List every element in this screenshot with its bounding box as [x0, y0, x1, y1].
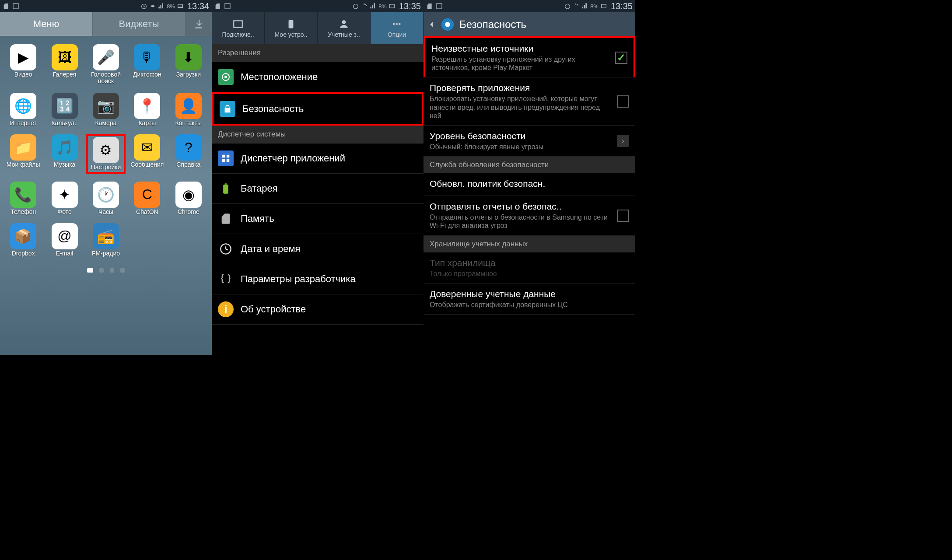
row-about[interactable]: i Об устройстве	[212, 294, 424, 325]
app-голосовой-поиск[interactable]: 🎤Голосовой поиск	[86, 44, 126, 85]
app-фото[interactable]: ✦Фото	[45, 182, 84, 215]
svg-rect-6	[390, 4, 395, 8]
app-мои-файлы[interactable]: 📁Мои файлы	[4, 134, 43, 173]
app-настройки[interactable]: ⚙Настройки	[86, 134, 126, 173]
tab-icon	[232, 18, 244, 30]
item-storage-type: Тип хранилища Только программное	[424, 252, 635, 284]
security-header: Безопасность	[424, 12, 635, 36]
item-title: Обновл. политик безопасн.	[430, 178, 629, 189]
app-label: Мои файлы	[7, 161, 40, 168]
app-label: Диктофон	[133, 71, 161, 78]
tab-downloads[interactable]	[186, 12, 212, 36]
app-музыка[interactable]: 🎵Музыка	[45, 134, 84, 173]
settings-panel: 8% 13:35 Подключе..Мое устро..Учетные з.…	[212, 0, 424, 355]
app-label: Фото	[58, 209, 72, 215]
item-trusted-credentials[interactable]: Доверенные учетные данные Отображать сер…	[424, 284, 635, 315]
app-label: Видео	[14, 71, 32, 78]
item-subtitle: Отображать сертификаты доверенных ЦС	[430, 301, 629, 309]
page-dot[interactable]	[99, 268, 104, 273]
settings-tab-0[interactable]: Подключе..	[212, 12, 265, 44]
item-title: Уровень безопасности	[430, 131, 612, 141]
app-label: Интернет	[10, 120, 37, 126]
row-storage[interactable]: Память	[212, 204, 424, 234]
app-dropbox[interactable]: 📦Dropbox	[4, 223, 43, 257]
svg-point-14	[224, 76, 227, 78]
section-cred-storage: Хранилище учетных данных	[424, 236, 635, 252]
app-icon: ⬇	[175, 44, 202, 70]
item-send-reports[interactable]: Отправлять отчеты о безопас.. Отправлять…	[424, 196, 635, 235]
clock-icon	[220, 243, 232, 255]
status-bar: 8% 13:35	[212, 0, 424, 12]
svg-rect-25	[602, 4, 606, 8]
item-unknown-sources[interactable]: Неизвестные источники Разрешить установк…	[424, 36, 635, 77]
screenshot-icon	[12, 3, 19, 10]
item-verify-apps[interactable]: Проверять приложения Блокировать установ…	[424, 77, 635, 126]
app-видео[interactable]: ▶Видео	[4, 44, 43, 85]
settings-tab-1[interactable]: Мое устро..	[265, 12, 318, 44]
row-app-manager[interactable]: Диспетчер приложений	[212, 144, 424, 174]
svg-point-9	[342, 20, 346, 24]
app-icon: 📻	[93, 223, 119, 249]
svg-rect-21	[225, 183, 227, 184]
page-dot[interactable]	[120, 268, 125, 273]
status-bar: 8% 13:34	[0, 0, 212, 12]
app-сообщения[interactable]: ✉Сообщения	[127, 134, 167, 173]
app-icon: 🕐	[93, 182, 119, 208]
settings-tab-2[interactable]: Учетные з..	[318, 12, 371, 44]
item-subtitle: Блокировать установку приложений, которы…	[430, 94, 612, 120]
app-калькул--[interactable]: 🔢Калькул..	[45, 93, 84, 126]
row-location[interactable]: Местоположение	[212, 62, 424, 92]
section-permissions: Разрешения	[212, 44, 424, 62]
app-drawer-panel: 8% 13:34 Меню Виджеты ▶Видео🖼Галерея🎤Гол…	[0, 0, 212, 355]
checkbox[interactable]	[617, 210, 629, 222]
settings-tabs: Подключе..Мое устро..Учетные з..Опции	[212, 12, 424, 44]
app-галерея[interactable]: 🖼Галерея	[45, 44, 84, 85]
row-security[interactable]: Безопасность	[212, 92, 424, 126]
app-label: Chrome	[178, 209, 200, 215]
page-dot[interactable]	[87, 268, 93, 273]
tab-menu[interactable]: Меню	[0, 12, 93, 36]
app-контакты[interactable]: 👤Контакты	[169, 93, 208, 126]
app-карты[interactable]: 📍Карты	[127, 93, 167, 126]
item-security-level[interactable]: Уровень безопасности Обычный: блокирует …	[424, 126, 635, 157]
app-справка[interactable]: ?Справка	[169, 134, 208, 173]
back-icon[interactable]	[428, 19, 436, 30]
alarm-icon	[564, 3, 571, 10]
item-subtitle: Разрешить установку приложений из других…	[431, 55, 611, 72]
row-datetime[interactable]: Дата и время	[212, 234, 424, 264]
svg-point-27	[445, 22, 450, 27]
app-label: Калькул..	[51, 120, 77, 126]
app-диктофон[interactable]: 🎙Диктофон	[127, 44, 167, 85]
app-icon: ✦	[52, 182, 78, 208]
sync-icon	[361, 3, 368, 10]
app-icon: ⚙	[93, 137, 119, 163]
row-developer[interactable]: Параметры разработчика	[212, 264, 424, 294]
app-chrome[interactable]: ◉Chrome	[169, 182, 208, 215]
app-label: Контакты	[175, 120, 202, 126]
svg-rect-0	[13, 4, 18, 9]
app-камера[interactable]: 📷Камера	[86, 93, 126, 126]
svg-rect-4	[225, 4, 230, 9]
settings-tab-3[interactable]: Опции	[371, 12, 424, 44]
sim-icon	[426, 3, 433, 10]
app-chaton[interactable]: CChatON	[127, 182, 167, 215]
item-policy-update[interactable]: Обновл. политик безопасн.	[424, 173, 635, 196]
app-fm-радио[interactable]: 📻FM-радио	[86, 223, 126, 257]
app-телефон[interactable]: 📞Телефон	[4, 182, 43, 215]
app-e-mail[interactable]: @E-mail	[45, 223, 84, 257]
checkbox[interactable]	[615, 52, 627, 64]
clock-text: 13:35	[611, 1, 633, 11]
svg-point-24	[565, 4, 570, 9]
signal-icon	[370, 3, 377, 10]
svg-rect-15	[225, 108, 231, 112]
app-загрузки[interactable]: ⬇Загрузки	[169, 44, 208, 85]
svg-rect-17	[227, 155, 229, 158]
section-system: Диспетчер системы	[212, 126, 424, 144]
app-интернет[interactable]: 🌐Интернет	[4, 93, 43, 126]
app-icon: ?	[175, 134, 202, 161]
row-battery[interactable]: Батарея	[212, 174, 424, 204]
checkbox[interactable]	[617, 95, 629, 108]
app-часы[interactable]: 🕐Часы	[86, 182, 126, 215]
page-dot[interactable]	[110, 268, 114, 273]
tab-widgets[interactable]: Виджеты	[93, 12, 186, 36]
